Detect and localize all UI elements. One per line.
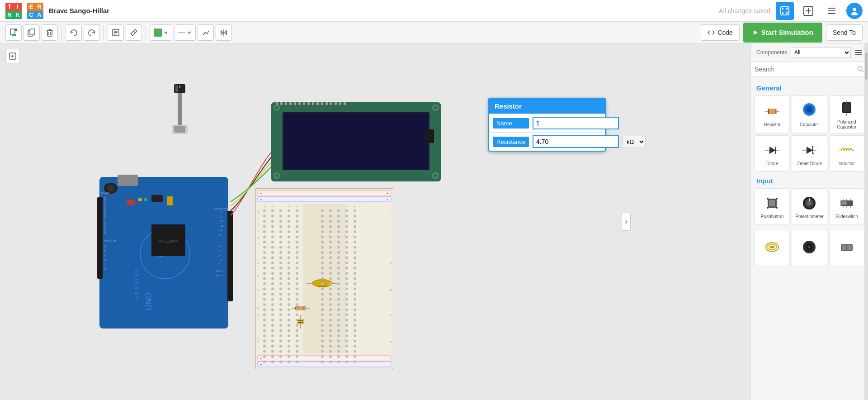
svg-point-275	[271, 262, 274, 264]
component-zener[interactable]: Zener Diode	[792, 135, 827, 171]
svg-text:~10: ~10	[219, 224, 223, 227]
svg-point-179	[354, 210, 356, 212]
start-simulation-btn[interactable]: Start Simulation	[743, 23, 822, 43]
component-module[interactable]	[829, 230, 864, 266]
svg-point-172	[279, 210, 282, 212]
ruler-btn[interactable]	[126, 24, 142, 41]
svg-point-403	[288, 324, 290, 327]
component-diode[interactable]: Diode	[755, 135, 790, 171]
svg-text:+: +	[845, 104, 847, 109]
header-right: All changes saved	[719, 2, 863, 20]
svg-point-405	[321, 324, 324, 327]
svg-text:2: 2	[219, 263, 221, 266]
arduino-board[interactable]: ⊕ ARDUINO UNO	[97, 175, 233, 333]
svg-point-463	[271, 355, 274, 358]
list-view-icon[interactable]	[854, 48, 863, 57]
svg-point-279	[321, 262, 324, 264]
resistor-unit-select[interactable]: kΩ Ω MΩ	[623, 136, 646, 148]
svg-point-229	[337, 236, 340, 238]
svg-point-417	[337, 329, 340, 332]
svg-marker-33	[225, 31, 226, 34]
component-capacitor[interactable]: Capacitor	[792, 95, 827, 133]
send-to-btn[interactable]: Send To	[826, 24, 863, 41]
list-icon-btn[interactable]	[823, 2, 841, 20]
svg-text:A2: A2	[104, 254, 107, 257]
holes-overlay: 11661111161621212626	[255, 188, 393, 369]
component-sensor[interactable]	[792, 230, 827, 266]
svg-point-513	[767, 198, 769, 200]
redo-btn[interactable]	[84, 24, 100, 41]
svg-point-227	[321, 236, 324, 238]
right-scrollbar-thumb[interactable]	[865, 52, 868, 80]
svg-point-464	[279, 355, 282, 358]
lcd-display[interactable]: GND VCC SDA SCL	[271, 102, 441, 181]
svg-point-393	[288, 319, 290, 322]
svg-text:16: 16	[390, 288, 392, 291]
new-btn[interactable]	[5, 24, 22, 41]
svg-point-465	[288, 355, 290, 358]
svg-point-383	[321, 314, 324, 316]
connect-btn[interactable]	[198, 24, 214, 41]
svg-point-331	[321, 288, 324, 290]
film-icon-btn[interactable]	[776, 2, 794, 20]
svg-point-376	[345, 309, 348, 311]
breadboard[interactable]: + + − − a b c d e f g h i j	[255, 188, 393, 369]
main: ⊕ ARDUINO UNO	[0, 43, 868, 400]
delete-btn[interactable]	[42, 24, 58, 41]
color-picker-btn[interactable]	[150, 24, 172, 41]
usb-connector[interactable]	[165, 84, 194, 134]
svg-point-252	[345, 246, 348, 249]
copy-btn[interactable]	[24, 24, 40, 41]
svg-point-230	[345, 236, 348, 238]
svg-text:A3: A3	[104, 258, 107, 261]
svg-point-171	[271, 210, 274, 212]
svg-point-292	[329, 267, 332, 270]
component-resistor[interactable]: Resistor	[755, 95, 790, 133]
toolbar-right: Code Start Simulation Send To	[701, 23, 863, 43]
note-btn[interactable]	[108, 24, 124, 41]
svg-point-454	[279, 350, 282, 353]
symmetry-btn[interactable]	[216, 24, 232, 41]
logo-c: C	[27, 11, 35, 19]
svg-point-298	[279, 272, 282, 275]
svg-point-384	[329, 314, 332, 316]
svg-point-225	[288, 236, 290, 238]
component-polarized-cap[interactable]: + Polarized Capacitor	[829, 95, 864, 133]
canvas-area[interactable]: ⊕ ARDUINO UNO	[0, 43, 750, 400]
undo-btn[interactable]	[66, 24, 82, 41]
svg-point-479	[337, 361, 340, 363]
svg-point-277	[288, 262, 290, 264]
svg-point-178	[345, 210, 348, 212]
svg-rect-96	[285, 102, 287, 105]
component-pushbutton[interactable]: Pushbutton	[755, 188, 790, 224]
svg-point-215	[288, 230, 290, 233]
svg-point-496	[807, 107, 812, 112]
zoom-fit-btn[interactable]	[5, 49, 20, 63]
collapse-arrow[interactable]: ›	[622, 213, 631, 231]
right-scrollbar[interactable]	[864, 43, 868, 400]
svg-point-468	[329, 355, 332, 358]
svg-point-254	[263, 251, 266, 254]
svg-point-187	[321, 215, 324, 218]
svg-point-385	[337, 314, 340, 316]
svg-point-367	[354, 303, 356, 306]
code-btn[interactable]: Code	[701, 24, 739, 41]
resistor-resistance-input[interactable]	[533, 135, 619, 148]
components-filter[interactable]: All General Input Output Power	[791, 47, 851, 58]
avatar[interactable]	[846, 3, 863, 19]
component-slideswitch[interactable]: Slideswitch	[829, 188, 864, 224]
component-coil[interactable]	[755, 230, 790, 266]
resistor-name-input[interactable]	[533, 117, 619, 129]
component-potentiometer[interactable]: Potentiometer	[792, 188, 827, 224]
schematic-icon-btn[interactable]	[799, 2, 817, 20]
svg-point-349	[271, 298, 274, 301]
pushbutton-icon	[763, 194, 781, 212]
svg-marker-503	[769, 147, 776, 154]
line-style-btn[interactable]: —	[174, 24, 196, 41]
svg-point-333	[337, 288, 340, 290]
svg-point-327	[271, 288, 274, 290]
svg-point-458	[329, 350, 332, 353]
search-input[interactable]	[755, 66, 855, 73]
svg-point-480	[345, 361, 348, 363]
component-inductor[interactable]: Inductor	[829, 135, 864, 171]
